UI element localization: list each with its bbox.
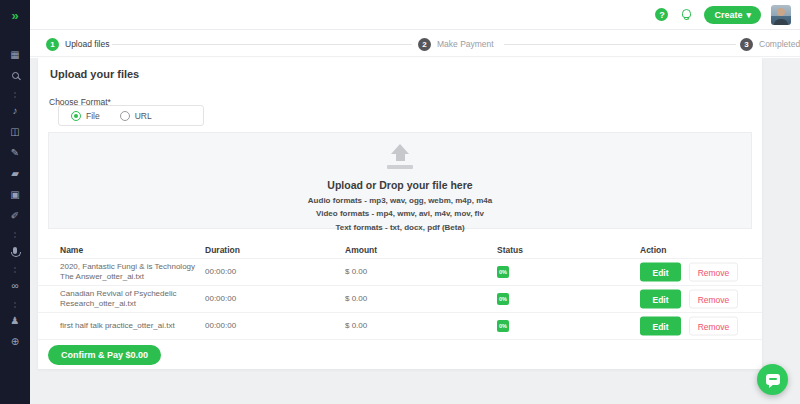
remove-button[interactable]: Remove <box>689 317 738 336</box>
chat-bubble-icon <box>766 374 780 385</box>
file-amount: $ 0.00 <box>345 267 367 277</box>
step-label: Make Payment <box>437 39 494 49</box>
file-duration: 00:00:00 <box>205 294 236 304</box>
format-option-label: File <box>86 111 100 121</box>
folder-icon[interactable]: ▰ <box>0 163 30 184</box>
search-icon[interactable] <box>0 65 30 86</box>
step-number: 1 <box>46 38 59 51</box>
files-table: Name Duration Amount Status Action 2020,… <box>38 241 762 340</box>
header-name: Name <box>60 245 202 255</box>
file-amount: $ 0.00 <box>345 294 367 304</box>
file-duration: 00:00:00 <box>205 267 236 277</box>
table-row: first half talk practice_otter_ai.txt 00… <box>38 313 762 340</box>
file-amount: $ 0.00 <box>345 321 367 331</box>
confirm-pay-button[interactable]: Confirm & Pay $0.00 <box>48 345 161 365</box>
header-amount: Amount <box>345 245 377 255</box>
stepper: 1 Upload files 2 Make Payment 3 Complete… <box>30 31 800 57</box>
file-name: Canadian Revival of Psychedelic Research… <box>60 289 202 309</box>
notifications-button[interactable] <box>678 7 694 23</box>
table-header-row: Name Duration Amount Status Action <box>38 241 762 259</box>
step-connector <box>504 44 736 45</box>
divider-dots <box>0 296 30 310</box>
status-badge: 0% <box>497 266 509 278</box>
edit-button[interactable]: Edit <box>640 290 681 309</box>
bell-icon <box>682 9 691 18</box>
dropzone-video-formats: Video formats - mp4, wmv, avi, m4v, mov,… <box>316 209 484 218</box>
divider-dots <box>0 261 30 275</box>
dashboard-icon[interactable]: ▦ <box>0 44 30 65</box>
chat-launcher-button[interactable] <box>757 364 788 395</box>
table-row: 2020, Fantastic Fungi & is Technology Th… <box>38 259 762 286</box>
dropzone-text-formats: Text formats - txt, docx, pdf (Beta) <box>335 223 464 232</box>
audio-icon[interactable]: ♪ <box>0 100 30 121</box>
file-name: 2020, Fantastic Fungi & is Technology Th… <box>60 262 202 282</box>
header-action: Action <box>640 245 666 255</box>
chevrons-right-icon: » <box>11 8 18 23</box>
table-row: Canadian Revival of Psychedelic Research… <box>38 286 762 313</box>
radio-unselected-icon <box>120 111 130 121</box>
link-icon[interactable]: ∞ <box>0 275 30 296</box>
sidebar-nav: ▦ ♪ ◫ ✎ ▰ ▣ ✐ ∞ ♟ ⊕ <box>0 44 30 352</box>
video-icon[interactable]: ◫ <box>0 121 30 142</box>
step-completed: 3 Completed <box>740 31 800 57</box>
transcript-edit-icon[interactable]: ✎ <box>0 142 30 163</box>
image-icon[interactable]: ▣ <box>0 184 30 205</box>
question-icon: ? <box>659 10 665 20</box>
sidebar: » ▦ ♪ ◫ ✎ ▰ ▣ ✐ ∞ ♟ ⊕ <box>0 0 30 404</box>
divider-dots <box>0 86 30 100</box>
status-badge: 0% <box>497 320 509 332</box>
format-option-url[interactable]: URL <box>120 111 152 121</box>
header-duration: Duration <box>205 245 240 255</box>
step-label: Upload files <box>65 39 109 49</box>
remove-button[interactable]: Remove <box>689 263 738 282</box>
file-dropzone[interactable]: Upload or Drop your file here Audio form… <box>48 132 752 229</box>
header-status: Status <box>497 245 523 255</box>
step-connector <box>112 44 412 45</box>
dropzone-title: Upload or Drop your file here <box>327 179 472 191</box>
page-title: Upload your files <box>50 68 139 80</box>
file-name: first half talk practice_otter_ai.txt <box>60 321 202 331</box>
step-label: Completed <box>759 39 800 49</box>
microphone-icon[interactable] <box>0 240 30 261</box>
file-duration: 00:00:00 <box>205 321 236 331</box>
help-button[interactable]: ? <box>655 8 668 21</box>
status-badge: 0% <box>497 293 509 305</box>
edit-button[interactable]: Edit <box>640 263 681 282</box>
format-option-label: URL <box>135 111 152 121</box>
chevron-down-icon: ▾ <box>746 10 751 20</box>
edit-button[interactable]: Edit <box>640 317 681 336</box>
upload-arrow-icon <box>387 144 413 169</box>
create-button[interactable]: Create ▾ <box>704 6 761 24</box>
radio-selected-icon <box>71 111 81 121</box>
globe-icon[interactable]: ⊕ <box>0 331 30 352</box>
step-number: 2 <box>418 38 431 51</box>
step-make-payment: 2 Make Payment <box>418 31 494 57</box>
topbar: ? Create ▾ <box>30 0 800 30</box>
user-avatar[interactable] <box>771 5 791 25</box>
dropzone-audio-formats: Audio formats - mp3, wav, ogg, webm, m4p… <box>308 196 492 205</box>
app-root: » ▦ ♪ ◫ ✎ ▰ ▣ ✐ ∞ ♟ ⊕ ? Creat <box>0 0 800 404</box>
sidebar-expand-toggle[interactable]: » <box>0 0 30 30</box>
step-number: 3 <box>740 38 753 51</box>
create-button-label: Create <box>714 10 742 20</box>
user-icon[interactable]: ♟ <box>0 310 30 331</box>
divider-dots <box>0 226 30 240</box>
format-radio-group: File URL <box>58 105 204 126</box>
remove-button[interactable]: Remove <box>689 290 738 309</box>
upload-card: Upload your files Choose Format* File UR… <box>38 58 762 369</box>
send-icon[interactable]: ✐ <box>0 205 30 226</box>
content-area: Upload your files Choose Format* File UR… <box>30 58 800 404</box>
format-option-file[interactable]: File <box>71 111 100 121</box>
step-upload-files: 1 Upload files <box>46 31 109 57</box>
